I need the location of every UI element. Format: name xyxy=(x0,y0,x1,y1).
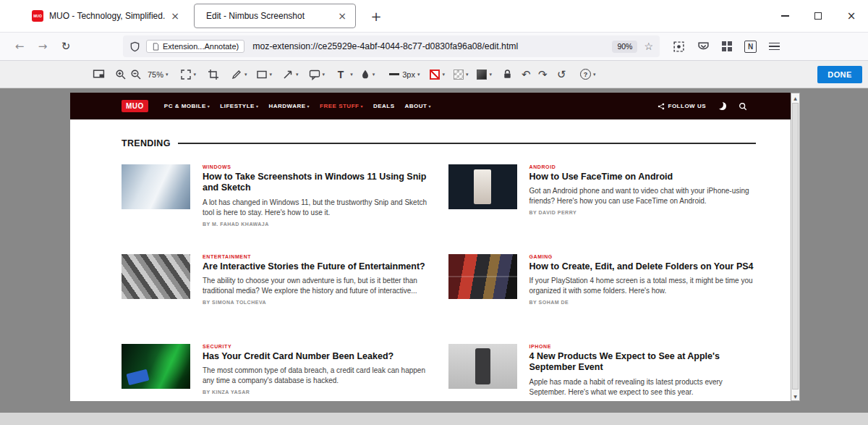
article-card[interactable]: SECURITY Has Your Credit Card Number Bee… xyxy=(122,344,430,401)
fill-color-button[interactable]: ▾ xyxy=(454,70,469,80)
page-scrollbar[interactable]: ▲ ▼ xyxy=(791,93,800,401)
redo-button[interactable]: ↷ xyxy=(538,68,553,81)
nimbus-capture-icon[interactable] xyxy=(673,41,685,53)
article-thumbnail[interactable] xyxy=(122,254,190,299)
new-tab-button[interactable]: + xyxy=(366,6,386,26)
muo-header-right: FOLLOW US xyxy=(658,102,748,111)
article-description: Apple has made a habit of revealing its … xyxy=(529,377,757,397)
tab-nimbus-edit[interactable]: Edit - Nimbus Screenshot × xyxy=(194,4,356,28)
fullscreen-button[interactable]: ▾ xyxy=(180,69,197,80)
article-category[interactable]: ENTERTAINMENT xyxy=(203,254,430,259)
zoom-out-button[interactable] xyxy=(130,69,142,80)
close-window-button[interactable]: × xyxy=(835,0,868,32)
menu-icon[interactable] xyxy=(769,43,780,51)
article-byline[interactable]: BY SIMONA TOLCHEVA xyxy=(203,300,430,305)
shadow-button[interactable]: ▾ xyxy=(477,70,492,80)
article-thumbnail[interactable] xyxy=(448,164,517,209)
extension-badge[interactable]: Extension...Annotate) xyxy=(146,40,244,53)
editor-canvas: MUO PC & MOBILE▾ LIFESTYLE▾ HARDWARE▾ FR… xyxy=(0,88,868,425)
url-bar[interactable]: Extension...Annotate) moz-extension://ce… xyxy=(123,35,660,57)
nimbus-note-icon[interactable]: N xyxy=(744,41,757,53)
line-width-dropdown[interactable]: 3px ▾ xyxy=(389,70,420,79)
search-icon[interactable] xyxy=(739,102,747,111)
article-title[interactable]: 4 New Products We Expect to See at Apple… xyxy=(529,351,757,374)
text-tool-button[interactable]: T ▾ xyxy=(333,69,353,80)
fit-screen-button[interactable] xyxy=(93,68,105,80)
article-card[interactable]: WINDOWS How to Take Screenshots in Windo… xyxy=(122,164,430,240)
chevron-down-icon: ▾ xyxy=(593,72,596,77)
forward-button[interactable]: → xyxy=(33,37,52,56)
bookmark-star-icon[interactable]: ☆ xyxy=(644,41,653,52)
scroll-down-icon[interactable]: ▼ xyxy=(791,392,799,400)
articles-grid: WINDOWS How to Take Screenshots in Windo… xyxy=(122,164,756,401)
article-card[interactable]: ENTERTAINMENT Are Interactive Stories th… xyxy=(122,254,430,329)
article-card[interactable]: IPHONE 4 New Products We Expect to See a… xyxy=(448,344,757,401)
pocket-icon[interactable] xyxy=(697,41,710,53)
rotate-button[interactable]: ↺ xyxy=(557,68,571,81)
blur-tool-button[interactable]: ▾ xyxy=(360,69,375,80)
article-byline[interactable]: BY KINZA YASAR xyxy=(203,390,430,395)
article-card[interactable]: ANDROID How to Use FaceTime on Android G… xyxy=(448,164,757,240)
pencil-tool-button[interactable]: ▾ xyxy=(231,69,247,80)
article-byline[interactable]: BY DAVID PERRY xyxy=(529,210,757,215)
zoom-level-dropdown[interactable]: 75% ▾ xyxy=(148,70,169,79)
nav-item-hardware[interactable]: HARDWARE▾ xyxy=(268,103,310,109)
follow-us-link[interactable]: FOLLOW US xyxy=(658,103,707,110)
document-icon xyxy=(152,43,160,51)
nav-item-lifestyle[interactable]: LIFESTYLE▾ xyxy=(220,103,258,109)
article-title[interactable]: How to Take Screenshots in Windows 11 Us… xyxy=(203,172,430,194)
nav-item-pc-mobile[interactable]: PC & MOBILE▾ xyxy=(164,103,210,109)
url-text[interactable]: moz-extension://ce25929e-4abf-4044-8c77-… xyxy=(252,41,518,51)
article-title[interactable]: Are Interactive Stories the Future of En… xyxy=(203,261,430,272)
refresh-button[interactable]: ↻ xyxy=(56,37,75,56)
window-controls: × xyxy=(768,0,868,32)
article-category[interactable]: GAMING xyxy=(529,254,757,259)
article-title[interactable]: How to Use FaceTime on Android xyxy=(529,172,757,182)
chevron-down-icon: ▾ xyxy=(360,104,363,109)
callout-tool-button[interactable]: ▾ xyxy=(309,69,326,80)
text-tool-icon: T xyxy=(333,69,348,80)
tab-bar: MUO MUO - Technology, Simplified. × Edit… xyxy=(0,0,868,32)
article-byline[interactable]: BY M. FAHAD KHAWAJA xyxy=(203,222,430,227)
stroke-color-button[interactable]: ▾ xyxy=(430,70,445,80)
shadow-swatch xyxy=(477,70,487,80)
scroll-up-icon[interactable]: ▲ xyxy=(791,93,799,102)
nav-item-about[interactable]: ABOUT▾ xyxy=(405,103,431,109)
article-category[interactable]: ANDROID xyxy=(529,164,757,169)
crop-button[interactable] xyxy=(208,69,219,80)
article-category[interactable]: SECURITY xyxy=(203,344,430,349)
help-dropdown[interactable]: ? ▾ xyxy=(580,69,596,80)
article-thumbnail[interactable] xyxy=(448,344,517,389)
minimize-button[interactable] xyxy=(768,0,801,32)
article-thumbnail[interactable] xyxy=(448,254,517,299)
muo-logo[interactable]: MUO xyxy=(122,100,148,112)
done-button[interactable]: DONE xyxy=(817,66,862,83)
article-category[interactable]: IPHONE xyxy=(529,344,757,349)
nav-item-deals[interactable]: DEALS xyxy=(373,103,395,109)
undo-button[interactable]: ↶ xyxy=(522,68,536,81)
screenshot-page: MUO PC & MOBILE▾ LIFESTYLE▾ HARDWARE▾ FR… xyxy=(70,93,791,401)
tab-close-icon[interactable]: × xyxy=(168,10,182,22)
article-thumbnail[interactable] xyxy=(122,344,190,389)
article-thumbnail[interactable] xyxy=(122,164,190,209)
scrollbar-thumb[interactable] xyxy=(792,103,799,390)
article-title[interactable]: Has Your Credit Card Number Been Leaked? xyxy=(203,351,430,362)
shield-icon[interactable] xyxy=(129,41,140,52)
back-button[interactable]: ← xyxy=(10,37,29,56)
article-byline[interactable]: BY SOHAM DE xyxy=(529,300,757,305)
dark-mode-moon-icon[interactable] xyxy=(718,102,726,110)
nav-item-free-stuff[interactable]: FREE STUFF▾ xyxy=(320,103,363,109)
page-zoom-badge[interactable]: 90% xyxy=(612,41,637,53)
maximize-button[interactable] xyxy=(801,0,835,32)
tab-muo[interactable]: MUO MUO - Technology, Simplified. × xyxy=(26,4,188,28)
shape-tool-button[interactable]: ▾ xyxy=(256,69,273,80)
tab-close-icon[interactable]: × xyxy=(335,10,349,22)
article-title[interactable]: How to Create, Edit, and Delete Folders … xyxy=(529,261,757,272)
zoom-in-button[interactable] xyxy=(115,69,127,80)
apps-grid-icon[interactable] xyxy=(722,41,732,51)
lock-button[interactable] xyxy=(502,69,513,80)
arrow-tool-button[interactable]: ▾ xyxy=(282,69,299,80)
article-category[interactable]: WINDOWS xyxy=(203,164,430,169)
article-card[interactable]: GAMING How to Create, Edit, and Delete F… xyxy=(448,254,757,329)
maximize-icon xyxy=(814,12,822,20)
